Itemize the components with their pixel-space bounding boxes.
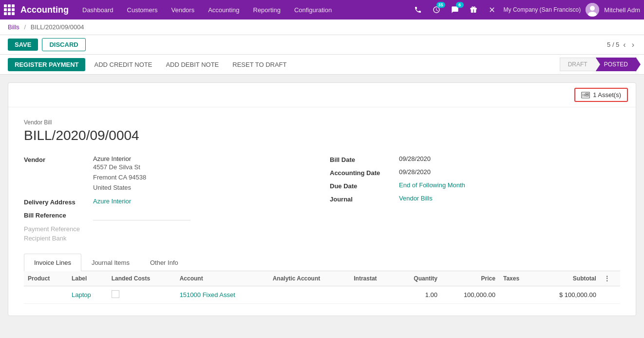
nav-reporting[interactable]: Reporting <box>247 3 286 17</box>
journal-label: Journal <box>330 195 393 203</box>
app-logo[interactable]: Accounting <box>4 4 69 15</box>
bill-date-value[interactable]: 09/28/2020 <box>399 155 431 162</box>
col-price: Price <box>441 271 499 286</box>
nav-accounting[interactable]: Accounting <box>202 3 245 17</box>
col-account: Account <box>176 271 269 286</box>
grid-icon <box>4 4 15 15</box>
vendor-row: Vendor Azure Interior 4557 De Silva St F… <box>24 155 314 193</box>
cell-taxes <box>499 286 534 304</box>
form-columns: Vendor Azure Interior 4557 De Silva St F… <box>24 155 620 244</box>
col-intrastat: Intrastat <box>350 271 395 286</box>
cell-price[interactable]: 100,000.00 <box>441 286 499 304</box>
form-left: Vendor Azure Interior 4557 De Silva St F… <box>24 155 314 244</box>
col-product: Product <box>24 271 68 286</box>
chat-icon-btn[interactable]: 6 <box>448 3 462 17</box>
cell-analytic-account <box>269 286 350 304</box>
reset-to-draft-button[interactable]: RESET TO DRAFT <box>227 58 291 71</box>
accounting-date-row: Accounting Date 09/28/2020 <box>330 168 620 177</box>
nav-menu: Dashboard Customers Vendors Accounting R… <box>76 3 411 17</box>
tab-invoice-lines[interactable]: Invoice Lines <box>24 254 81 271</box>
col-subtotal: Subtotal <box>534 271 600 286</box>
svg-point-1 <box>590 6 595 11</box>
status-bar: DRAFT POSTED <box>560 58 636 71</box>
accounting-date-value[interactable]: 09/28/2020 <box>399 168 431 176</box>
due-date-value[interactable]: End of Following Month <box>399 181 465 189</box>
status-posted[interactable]: POSTED <box>596 58 636 71</box>
form-right: Bill Date 09/28/2020 Accounting Date 09/… <box>330 155 620 244</box>
cell-intrastat <box>350 286 395 304</box>
nav-dashboard[interactable]: Dashboard <box>76 3 119 17</box>
vendor-address-line1: 4557 De Silva St <box>93 162 146 173</box>
col-label: Label <box>68 271 108 286</box>
bill-ref-input[interactable] <box>93 211 190 220</box>
vendor-name[interactable]: Azure Interior <box>93 155 146 162</box>
tabs: Invoice Lines Journal Items Other Info <box>24 254 620 271</box>
payment-ref-label: Payment Reference <box>24 225 314 233</box>
top-navigation: Accounting Dashboard Customers Vendors A… <box>0 0 644 20</box>
breadcrumb: Bills / BILL/2020/09/0004 <box>0 20 644 35</box>
status-draft[interactable]: DRAFT <box>560 58 596 71</box>
recipient-bank-label: Recipient Bank <box>24 235 314 242</box>
vendor-address-line2: Fremont CA 94538 <box>93 173 146 183</box>
app-name: Accounting <box>20 5 69 15</box>
landed-costs-checkbox[interactable] <box>112 290 119 298</box>
tab-journal-items[interactable]: Journal Items <box>81 254 140 271</box>
bill-ref-row: Bill Reference <box>24 211 314 220</box>
cell-quantity[interactable]: 1.00 <box>395 286 441 304</box>
next-page-button[interactable]: › <box>630 40 636 50</box>
bill-number: BILL/2020/09/0004 <box>24 128 620 143</box>
phone-icon-btn[interactable] <box>411 3 425 17</box>
nav-customers[interactable]: Customers <box>121 3 164 17</box>
discard-button[interactable]: DISCARD <box>42 38 85 51</box>
vendor-bill-label: Vendor Bill <box>24 119 620 126</box>
gift-icon-btn[interactable] <box>467 3 480 17</box>
invoice-table: Product Label Landed Costs Account Analy… <box>24 271 620 304</box>
save-button[interactable]: SAVE <box>8 39 38 51</box>
nav-configuration[interactable]: Configuration <box>288 3 338 17</box>
card-header: 1 Asset(s) <box>8 83 636 107</box>
bill-date-row: Bill Date 09/28/2020 <box>330 155 620 163</box>
cell-landed-costs[interactable] <box>108 286 176 304</box>
breadcrumb-current: BILL/2020/09/0004 <box>31 23 84 31</box>
delivery-label: Delivery Address <box>24 198 87 206</box>
vendor-value: Azure Interior 4557 De Silva St Fremont … <box>93 155 146 193</box>
breadcrumb-parent[interactable]: Bills <box>8 23 19 31</box>
avatar[interactable] <box>586 3 599 17</box>
clock-icon-btn[interactable]: 35 <box>430 3 443 17</box>
add-debit-note-button[interactable]: ADD DEBIT NOTE <box>161 58 224 71</box>
page-indicator: 5 / 5 <box>607 41 619 48</box>
delivery-value[interactable]: Azure Interior <box>93 198 131 205</box>
cell-label[interactable]: Laptop <box>68 286 108 304</box>
nav-right: 35 6 My Company (San Francisco) Mitchell… <box>411 3 640 17</box>
add-credit-note-button[interactable]: ADD CREDIT NOTE <box>89 58 157 71</box>
close-icon-btn[interactable] <box>485 3 499 17</box>
asset-button[interactable]: 1 Asset(s) <box>574 88 628 102</box>
action-bar: SAVE DISCARD 5 / 5 ‹ › <box>0 35 644 55</box>
col-landed-costs: Landed Costs <box>108 271 176 286</box>
cell-row-options[interactable] <box>600 286 620 304</box>
clock-badge: 35 <box>436 2 445 8</box>
prev-page-button[interactable]: ‹ <box>621 40 627 50</box>
tab-other-info[interactable]: Other Info <box>140 254 189 271</box>
journal-value[interactable]: Vendor Bills <box>399 195 433 202</box>
nav-vendors[interactable]: Vendors <box>165 3 200 17</box>
register-payment-button[interactable]: REGISTER PAYMENT <box>8 58 85 71</box>
vendor-address-line3[interactable]: United States <box>93 183 146 193</box>
cell-subtotal: $ 100,000.00 <box>534 286 600 304</box>
bill-ref-label: Bill Reference <box>24 211 87 219</box>
col-analytic-account: Analytic Account <box>269 271 350 286</box>
chat-badge: 6 <box>456 2 464 8</box>
due-date-label: Due Date <box>330 181 393 190</box>
delivery-address-row: Delivery Address Azure Interior <box>24 198 314 206</box>
svg-rect-7 <box>586 95 588 96</box>
user-name: Mitchell Adm <box>604 6 640 14</box>
asset-count: 1 Asset(s) <box>593 91 621 99</box>
due-date-row: Due Date End of Following Month <box>330 181 620 190</box>
company-name[interactable]: My Company (San Francisco) <box>504 6 581 13</box>
cell-account[interactable]: 151000 Fixed Asset <box>176 286 269 304</box>
col-taxes: Taxes <box>499 271 534 286</box>
secondary-action-bar: REGISTER PAYMENT ADD CREDIT NOTE ADD DEB… <box>0 55 644 75</box>
accounting-date-label: Accounting Date <box>330 168 393 177</box>
breadcrumb-separator: / <box>24 23 26 31</box>
col-options: ⋮ <box>600 271 620 286</box>
